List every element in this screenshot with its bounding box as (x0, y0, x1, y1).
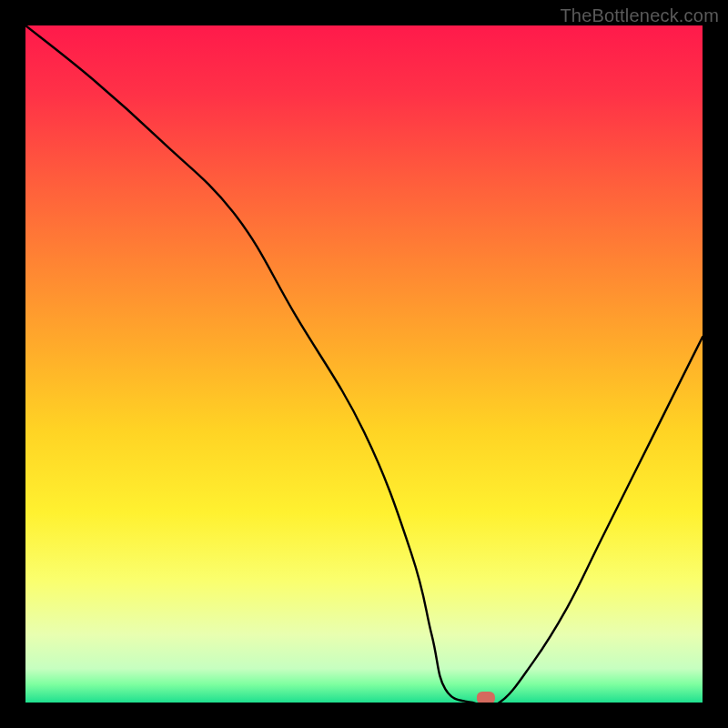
min-marker (477, 692, 495, 703)
watermark-text: TheBottleneck.com (560, 5, 719, 26)
plot-area (25, 25, 703, 703)
chart-frame: TheBottleneck.com (0, 0, 728, 728)
chart-svg (25, 25, 703, 703)
gradient-background (25, 25, 703, 703)
